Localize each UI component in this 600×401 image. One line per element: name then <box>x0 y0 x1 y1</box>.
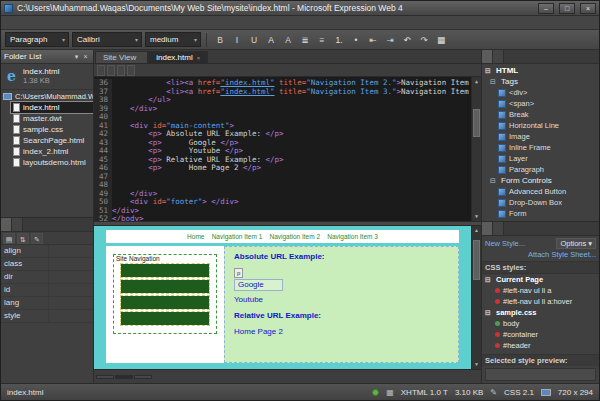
folder-file-item[interactable]: SearchPage.html <box>11 135 93 146</box>
document-tab[interactable]: Site View <box>95 51 148 63</box>
design-nav-item[interactable] <box>121 296 209 309</box>
collapse-icon[interactable]: ⊟ <box>490 177 498 185</box>
collapse-icon[interactable]: ⊟ <box>485 67 493 75</box>
new-style-link[interactable]: New Style... <box>485 239 525 248</box>
toolbox-item[interactable]: Image <box>482 131 599 142</box>
code-view[interactable]: 36 <li><a href="index.html" title="Navig… <box>94 77 481 222</box>
toolbar-icon[interactable]: ⇥ <box>382 32 398 48</box>
toolbar-icon[interactable]: A <box>263 32 279 48</box>
collapse-icon[interactable]: ⊟ <box>485 309 493 317</box>
collapse-icon[interactable]: ⊟ <box>485 276 493 284</box>
categorize-icon[interactable]: ▤ <box>3 233 15 244</box>
close-button[interactable]: × <box>580 3 596 14</box>
attribute-value[interactable] <box>49 245 93 257</box>
toolbox-item[interactable]: Break <box>482 109 599 120</box>
options-button[interactable]: Options ▾ <box>556 238 596 249</box>
close-tab-icon[interactable]: × <box>197 55 201 61</box>
quick-tag-badge[interactable]: p <box>234 268 243 278</box>
css-style-item[interactable]: body <box>482 318 599 329</box>
absolute-url-label[interactable]: Absolute URL Example: <box>234 252 449 261</box>
menu-item[interactable] <box>3 16 15 29</box>
panel-close-icon[interactable]: × <box>81 53 90 60</box>
view-mode-tab[interactable] <box>115 375 133 379</box>
menu-item[interactable] <box>51 16 63 29</box>
panel-menu-icon[interactable]: ▾ <box>72 53 81 61</box>
toolbox-item[interactable]: <span> <box>482 98 599 109</box>
menu-item[interactable] <box>135 16 147 29</box>
paragraph-homepage2[interactable]: Home Page 2 <box>234 327 449 336</box>
toolbar-icon[interactable]: U <box>246 32 262 48</box>
toolbar-icon[interactable]: • <box>348 32 364 48</box>
attribute-row[interactable]: dir <box>1 271 93 284</box>
paragraph-youtube[interactable]: Youtube <box>234 295 449 304</box>
design-nav-item[interactable] <box>121 264 209 277</box>
css-style-item[interactable]: #header <box>482 340 599 351</box>
font-family-dropdown[interactable]: Calibri ▾ <box>72 32 142 47</box>
scroll-thumb[interactable] <box>473 109 480 137</box>
toolbar-icon[interactable]: ▦ <box>433 32 449 48</box>
styles-panel-tab[interactable] <box>493 222 504 235</box>
toolbar-icon[interactable]: ≣ <box>297 32 313 48</box>
css-style-item[interactable]: #left-nav ul li a <box>482 285 599 296</box>
page-dimensions-label[interactable]: 720 x 294 <box>558 388 593 397</box>
tag-panel-tab[interactable] <box>12 218 23 231</box>
design-main-content[interactable]: Absolute URL Example: p Google Youtube R… <box>224 246 459 363</box>
toolbox-item[interactable]: Advanced Button <box>482 186 599 197</box>
folder-file-item[interactable]: layoutsdemo.html <box>11 157 93 168</box>
scroll-up-icon[interactable]: ▲ <box>472 77 481 86</box>
site-navigation-box[interactable]: Site Navigation <box>113 254 217 334</box>
folder-file-item[interactable]: index.html <box>11 102 93 113</box>
toolbar-icon[interactable]: ≡ <box>314 32 330 48</box>
attribute-row[interactable]: lang <box>1 297 93 310</box>
design-nav-item[interactable] <box>121 280 209 293</box>
toolbox-item[interactable]: Drop-Down Box <box>482 197 599 208</box>
attribute-row[interactable]: style <box>1 310 93 323</box>
css-style-item[interactable]: #left-nav ul li a:hover <box>482 296 599 307</box>
relative-url-label[interactable]: Relative URL Example: <box>234 311 449 320</box>
styles-panel-tab[interactable] <box>482 222 493 235</box>
toolbox-panel-tab[interactable] <box>493 50 504 63</box>
font-size-dropdown[interactable]: medium ▾ <box>145 32 201 47</box>
design-scrollbar[interactable]: ▲ ▼ <box>471 226 481 369</box>
toolbox-group-form-controls[interactable]: Form Controls <box>501 176 552 185</box>
paragraph-style-dropdown[interactable]: Paragraph ▾ <box>5 32 69 47</box>
attribute-row[interactable]: align <box>1 245 93 258</box>
tag-breadcrumb-item[interactable] <box>117 65 125 76</box>
toolbar-icon[interactable]: ⇤ <box>365 32 381 48</box>
menu-item[interactable] <box>27 16 39 29</box>
folder-file-item[interactable]: master.dwt <box>11 113 93 124</box>
toolbox-panel-tab[interactable] <box>482 50 493 63</box>
attribute-value[interactable] <box>49 310 93 322</box>
scroll-down-icon[interactable]: ▼ <box>472 212 481 221</box>
code-scrollbar[interactable]: ▲ ▼ <box>471 77 481 221</box>
menu-item[interactable] <box>111 16 123 29</box>
toolbar-icon[interactable]: B <box>212 32 228 48</box>
toolbox-item[interactable]: Horizontal Line <box>482 120 599 131</box>
doctype-label[interactable]: XHTML 1.0 T <box>401 388 448 397</box>
menu-item[interactable] <box>63 16 75 29</box>
view-mode-tab[interactable] <box>96 375 114 379</box>
css-schema-label[interactable]: CSS 2.1 <box>504 388 534 397</box>
scroll-thumb[interactable] <box>473 240 480 280</box>
design-header-nav[interactable]: Home Navigation Item 1 Navigation Item 2… <box>106 230 459 243</box>
document-tab[interactable]: index.html × <box>148 51 208 63</box>
menu-item[interactable] <box>15 16 27 29</box>
design-nav-item[interactable] <box>121 312 209 325</box>
menu-item[interactable] <box>99 16 111 29</box>
toolbox-item[interactable]: Layer <box>482 153 599 164</box>
toolbox-item[interactable]: Paragraph <box>482 164 599 175</box>
attribute-value[interactable] <box>49 284 93 296</box>
toolbar-icon[interactable]: 1. <box>331 32 347 48</box>
attribute-value[interactable] <box>49 271 93 283</box>
css-style-item[interactable]: #container <box>482 329 599 340</box>
toolbar-icon[interactable]: ↶ <box>399 32 415 48</box>
scroll-up-icon[interactable]: ▲ <box>472 226 481 235</box>
folder-file-item[interactable]: index_2.html <box>11 146 93 157</box>
menu-item[interactable] <box>123 16 135 29</box>
minimize-button[interactable]: – <box>538 3 554 14</box>
toolbar-icon[interactable]: ↷ <box>416 32 432 48</box>
scroll-down-icon[interactable]: ▼ <box>472 360 481 369</box>
view-mode-tab[interactable] <box>134 375 152 379</box>
menu-item[interactable] <box>39 16 51 29</box>
menu-item[interactable] <box>87 16 99 29</box>
